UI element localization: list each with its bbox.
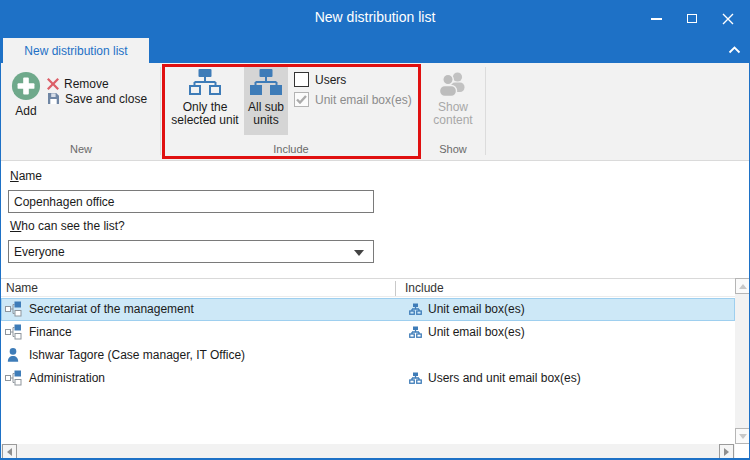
triangle-left-icon [7,448,12,456]
mini-org-chart-icon [409,303,422,315]
tab-label: New distribution list [24,44,127,58]
group-divider [485,67,486,155]
group-label-include: Include [261,143,321,155]
users-checkbox-row: Users [294,72,346,87]
list-row-ishwar-tagore[interactable]: Ishwar Tagore (Case manager, IT Office) [1,344,735,367]
who-can-see-label: Who can see the list? [10,219,125,233]
mini-org-chart-icon [409,372,422,384]
org-chart-filled-icon [250,68,282,98]
remove-button[interactable]: Remove [47,76,109,91]
only-selected-unit-button[interactable]: Only the selected unit [167,65,243,127]
org-chart-outline-icon [189,68,221,98]
save-and-close-button[interactable]: Save and close [47,91,147,106]
chevron-up-icon [728,46,741,54]
column-header-include[interactable]: Include [405,281,444,295]
name-input[interactable] [8,190,374,213]
list-row-administration[interactable]: Administration Users and unit email box(… [1,367,735,390]
org-unit-icon [5,301,22,317]
row-name: Finance [29,321,72,344]
all-sub-units-button[interactable]: All sub units [244,65,288,135]
mini-org-chart-icon [409,326,422,338]
add-label: Add [5,104,47,118]
close-button[interactable] [711,1,745,36]
unit-email-checkbox-row: Unit email box(es) [294,92,412,107]
triangle-up-icon [739,284,747,289]
triangle-right-icon [724,448,729,456]
save-icon [47,92,60,105]
save-label: Save and close [65,92,147,106]
horizontal-scrollbar[interactable] [1,444,735,459]
org-unit-icon [5,324,22,340]
new-distribution-list-dialog: New distribution list New distribution l… [0,0,750,460]
checkmark-icon [296,95,307,104]
row-name: Secretariat of the management [29,298,194,321]
group-label-new: New [56,143,106,155]
maximize-icon [687,14,697,23]
column-separator[interactable] [395,281,396,296]
users-checkbox-label: Users [315,73,346,87]
row-include: Users and unit email box(es) [428,367,581,390]
show-content-label: Show content [425,101,481,127]
close-icon [722,13,734,25]
list-row-secretariat[interactable]: Secretariat of the management Unit email… [1,298,735,321]
group-label-show: Show [428,143,478,155]
all-sub-units-label: All sub units [244,101,288,127]
scroll-right-button[interactable] [719,444,734,459]
maximize-button[interactable] [675,1,709,36]
who-can-see-dropdown[interactable]: Everyone [8,240,374,263]
person-icon [5,347,21,363]
titlebar: New distribution list [1,1,749,36]
org-unit-icon [5,370,22,386]
unit-email-checkbox[interactable] [294,92,309,107]
scroll-down-button[interactable] [735,428,750,444]
column-header-name[interactable]: Name [6,281,38,295]
triangle-down-icon [739,434,747,439]
people-icon [438,71,468,98]
row-include: Unit email box(es) [428,298,525,321]
add-button[interactable]: Add [5,71,47,118]
group-divider [160,67,161,155]
ribbon-tabstrip: New distribution list [1,36,749,63]
row-name: Administration [29,367,105,390]
name-field-label: Name [10,169,42,183]
row-include: Unit email box(es) [428,321,525,344]
show-content-button[interactable]: Show content [425,65,481,127]
unit-email-checkbox-label: Unit email box(es) [315,93,412,107]
scrollbar-corner [735,444,750,459]
remove-icon [47,78,59,90]
dropdown-arrow-icon [354,250,364,256]
only-selected-unit-label: Only the selected unit [167,101,243,127]
row-name: Ishwar Tagore (Case manager, IT Office) [29,344,245,367]
scroll-up-button[interactable] [735,278,750,294]
minimize-icon [651,18,662,20]
list-row-finance[interactable]: Finance Unit email box(es) [1,321,735,344]
remove-label: Remove [64,77,109,91]
collapse-ribbon-button[interactable] [725,42,743,58]
list-header: Name Include [1,278,735,297]
window-title: New distribution list [315,9,436,25]
add-icon [11,71,41,101]
tab-new-distribution-list[interactable]: New distribution list [3,38,149,63]
minimize-button[interactable] [639,1,673,36]
users-checkbox[interactable] [294,72,309,87]
scroll-left-button[interactable] [2,444,17,459]
ribbon: Add Remove Save and close New [1,63,749,161]
dropdown-value: Everyone [14,245,65,259]
vertical-scrollbar[interactable] [735,278,750,444]
